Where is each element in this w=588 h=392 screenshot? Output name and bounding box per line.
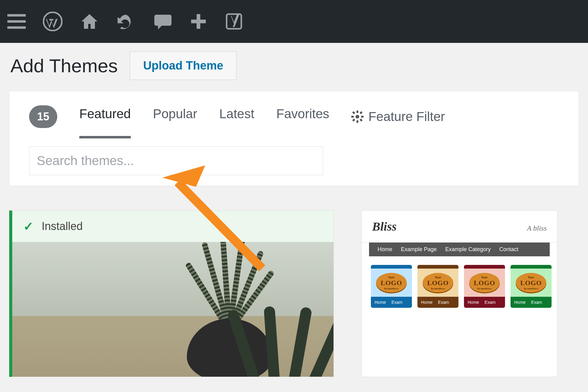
wordpress-icon[interactable] [43,12,62,31]
gear-icon [351,111,364,123]
color-variant-card: YourLOGOby mardesco HomeExam [417,265,458,308]
theme-tagline: A bliss [527,224,547,232]
color-variant-card: YourLOGOby mardesco HomeExam [511,265,552,308]
logo-icon: YourLOGOby mardesco [376,273,407,292]
menu-icon[interactable] [7,14,26,29]
filter-bar: 15 Featured Popular Latest Favorites Fea… [9,91,579,186]
admin-bar [0,0,588,43]
nav-item: Example Category [445,246,491,253]
yoast-icon[interactable] [224,12,244,31]
logo-icon: YourLOGOby mardesco [469,273,500,292]
upload-theme-button[interactable]: Upload Theme [130,51,236,80]
theme-screenshot [12,242,334,377]
svg-rect-9 [356,120,358,123]
svg-rect-10 [351,116,354,118]
feature-filter-label: Feature Filter [368,109,445,124]
installed-banner: ✓ Installed [12,211,334,242]
color-variant-card: YourLOGOby mardesco HomeExam [371,265,412,308]
svg-rect-1 [7,20,26,23]
theme-screenshot: Bliss A bliss Home Example Page Example … [362,211,557,308]
home-icon[interactable] [80,12,99,31]
svg-rect-11 [361,116,364,118]
new-icon[interactable] [190,13,207,30]
logo-icon: YourLOGOby mardesco [516,273,546,292]
theme-card[interactable]: Bliss A bliss Home Example Page Example … [361,210,557,377]
page-title: Add Themes [10,55,118,77]
nav-item: Home [378,246,392,253]
tab-latest[interactable]: Latest [219,107,254,127]
feature-filter-button[interactable]: Feature Filter [351,109,445,124]
search-input[interactable] [29,146,323,175]
color-variant-card: YourLOGOby mardesco HomeExam [464,265,505,308]
check-icon: ✓ [23,219,34,233]
tab-favorites[interactable]: Favorites [276,107,329,127]
svg-rect-13 [360,119,363,122]
theme-card[interactable]: ✓ Installed [9,210,334,377]
svg-point-7 [356,115,359,119]
logo-icon: YourLOGOby mardesco [423,273,453,292]
svg-rect-14 [360,111,363,114]
svg-rect-12 [352,111,355,114]
tab-popular[interactable]: Popular [153,107,197,127]
nav-item: Contact [499,246,518,253]
installed-label: Installed [42,220,83,233]
themes-grid: ✓ Installed Bliss A [0,186,588,377]
svg-rect-8 [356,111,358,113]
comments-icon[interactable] [153,12,173,31]
theme-title: Bliss [372,219,397,234]
theme-preview-nav: Home Example Page Example Category Conta… [369,243,550,256]
nav-item: Example Page [401,246,437,253]
tab-featured[interactable]: Featured [79,107,131,127]
svg-rect-15 [352,119,355,122]
theme-count-badge: 15 [29,105,57,128]
updates-icon[interactable] [116,12,136,31]
svg-rect-0 [7,14,26,17]
svg-rect-5 [191,20,206,23]
page-header: Add Themes Upload Theme [0,43,588,91]
svg-rect-2 [7,26,26,29]
svg-point-3 [43,12,62,31]
